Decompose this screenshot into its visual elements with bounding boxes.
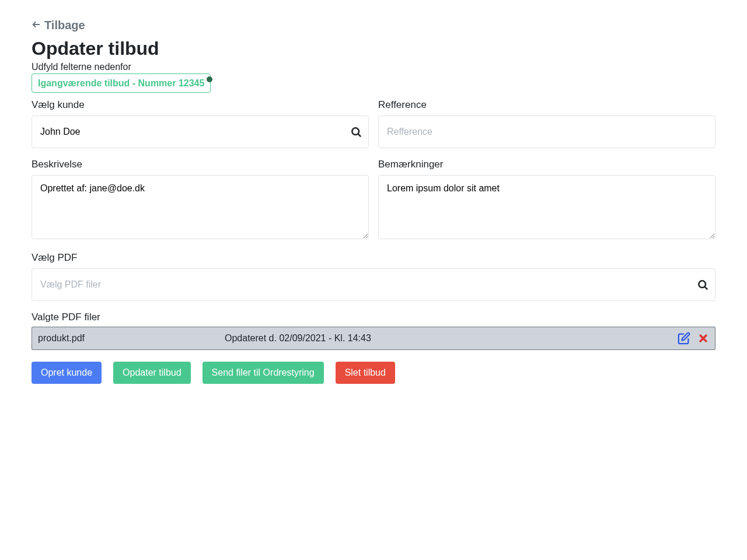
search-icon [697, 279, 708, 290]
file-delete-button[interactable] [697, 332, 709, 344]
create-customer-button[interactable]: Opret kunde [32, 362, 102, 384]
description-textarea[interactable] [32, 175, 369, 239]
status-badge: Igangværende tilbud - Nummer 12345 [32, 74, 211, 93]
page-subtitle: Udfyld felterne nedenfor [32, 62, 715, 72]
close-icon [697, 332, 709, 344]
description-label: Beskrivelse [32, 159, 369, 170]
pdf-picker-input[interactable] [32, 268, 715, 301]
file-name: produkt.pdf [38, 333, 225, 344]
remarks-label: Bemærkninger [378, 159, 715, 170]
pdf-picker-search-button[interactable] [697, 279, 708, 290]
reference-label: Refference [378, 99, 715, 111]
svg-line-2 [358, 134, 361, 136]
update-offer-button[interactable]: Opdater tilbud [113, 362, 191, 384]
customer-input[interactable] [32, 116, 369, 148]
remarks-textarea[interactable] [378, 175, 715, 239]
send-files-button[interactable]: Send filer til Ordrestyring [203, 362, 324, 384]
back-label: Tilbage [44, 19, 85, 32]
selected-pdf-label: Valgte PDF filer [32, 312, 715, 323]
delete-offer-button[interactable]: Slet tilbud [336, 362, 395, 384]
reference-input[interactable] [378, 116, 715, 148]
file-edit-button[interactable] [678, 332, 690, 345]
customer-label: Vælg kunde [32, 99, 369, 111]
file-updated: Opdateret d. 02/09/2021 - Kl. 14:43 [225, 333, 678, 344]
file-row: produkt.pdf Opdateret d. 02/09/2021 - Kl… [32, 327, 715, 350]
status-dot-icon [207, 76, 212, 82]
arrow-left-icon [32, 20, 41, 31]
edit-icon [678, 332, 690, 345]
back-link[interactable]: Tilbage [32, 19, 85, 32]
search-icon [350, 126, 362, 138]
svg-line-4 [705, 287, 707, 289]
pdf-picker-label: Vælg PDF [32, 252, 715, 264]
customer-search-button[interactable] [350, 126, 362, 138]
page-title: Opdater tilbud [32, 38, 715, 60]
status-badge-wrap: Igangværende tilbud - Nummer 12345 [32, 78, 211, 89]
